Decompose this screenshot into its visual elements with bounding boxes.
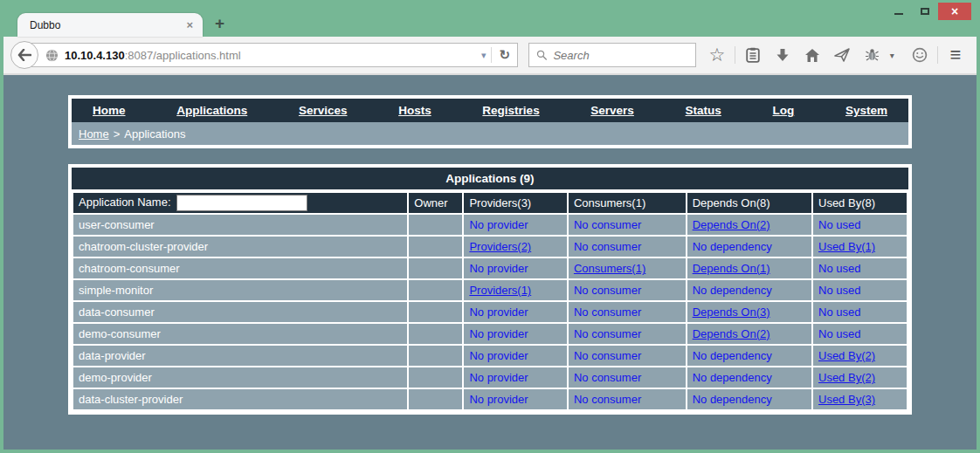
home-icon [804, 48, 820, 63]
used-by-cell: No used [812, 257, 908, 279]
close-icon: × [951, 4, 958, 18]
used-by-link[interactable]: Used By(2) [818, 349, 875, 362]
application-name-cell: data-cluster-provider [72, 388, 408, 410]
table-body: user-consumerNo providerNo consumerDepen… [72, 214, 908, 410]
url-bar[interactable]: 10.10.4.130:8087/applications.html ▾ ↻ [24, 43, 518, 67]
new-tab-button[interactable]: + [203, 11, 237, 37]
depends-on-link[interactable]: Depends On(1) [693, 262, 770, 275]
downloads-button[interactable] [770, 43, 795, 67]
providers-text: No provider [469, 349, 528, 362]
used-by-cell: No used [812, 301, 908, 323]
providers-link[interactable]: Providers(1) [469, 284, 531, 297]
used-by-cell: Used By(3) [812, 388, 908, 410]
column-header-providers-3-: Providers(3) [463, 192, 568, 214]
tab-title: Dubbo [30, 19, 183, 31]
providers-text: No provider [469, 262, 528, 275]
application-name-cell: chatroom-cluster-provider [72, 236, 408, 257]
breadcrumb-separator: > [114, 127, 121, 141]
toolbar-divider [937, 46, 938, 64]
consumers-cell: No consumer [568, 367, 687, 388]
menu-button[interactable]: ≡ [943, 43, 968, 67]
used-by-text: No used [818, 262, 860, 275]
depends-on-cell: Depends On(2) [687, 323, 812, 345]
minimize-button[interactable] [886, 3, 912, 20]
breadcrumb-home-link[interactable]: Home [79, 127, 109, 141]
column-header-owner: Owner [408, 192, 463, 214]
table-row: chatroom-consumerNo providerConsumers(1)… [72, 257, 908, 279]
bookmarks-panel-button[interactable] [741, 43, 765, 67]
nav-item-system[interactable]: System [845, 104, 887, 117]
addon-caret-icon[interactable]: ▾ [890, 51, 902, 60]
owner-cell [408, 323, 463, 345]
depends-on-cell: No dependency [687, 388, 812, 410]
share-button[interactable] [830, 43, 854, 67]
used-by-link[interactable]: Used By(2) [818, 371, 875, 384]
owner-cell [408, 214, 463, 236]
bookmark-star-button[interactable]: ☆ [705, 43, 729, 67]
table-row: demo-providerNo providerNo consumerNo de… [72, 367, 908, 388]
nav-item-hosts[interactable]: Hosts [398, 104, 431, 117]
tab-strip: Dubbo × + [17, 11, 237, 37]
search-icon [536, 49, 547, 61]
title-bar: × Dubbo × + [3, 0, 977, 37]
used-by-cell: No used [812, 214, 908, 236]
tab-dubbo[interactable]: Dubbo × [17, 13, 203, 37]
consumers-cell: No consumer [568, 236, 687, 257]
providers-link[interactable]: Providers(2) [469, 240, 531, 253]
application-name-cell: simple-monitor [72, 279, 408, 301]
close-button[interactable]: × [938, 3, 971, 20]
used-by-cell: Used By(1) [812, 236, 908, 257]
nav-item-home[interactable]: Home [93, 104, 126, 117]
paper-plane-icon [834, 48, 850, 62]
search-box[interactable] [528, 43, 696, 67]
consumers-cell: Consumers(1) [568, 257, 687, 279]
depends-on-cell: Depends On(1) [687, 257, 812, 279]
bookmark-star-icon: ☆ [709, 45, 726, 65]
nav-item-applications[interactable]: Applications [176, 104, 247, 117]
filter-label: Application Name: [79, 196, 171, 209]
search-input[interactable] [553, 49, 688, 62]
depends-on-text: No dependency [693, 349, 772, 362]
tab-close-icon[interactable]: × [183, 18, 196, 31]
table-header-row: Application Name: OwnerProviders(3)Consu… [72, 192, 908, 214]
consumers-cell: No consumer [568, 214, 687, 236]
consumers-text: No consumer [574, 371, 641, 384]
depends-on-link[interactable]: Depends On(2) [693, 218, 770, 231]
depends-on-cell: No dependency [687, 345, 812, 367]
url-path: :8087/applications.html [125, 49, 241, 62]
nav-item-servers[interactable]: Servers [590, 104, 634, 117]
column-header-used-by-8-: Used By(8) [812, 192, 908, 214]
feedback-button[interactable] [908, 43, 932, 67]
consumers-link[interactable]: Consumers(1) [574, 262, 645, 275]
providers-cell: No provider [463, 367, 568, 388]
providers-cell: No provider [463, 345, 568, 367]
back-button[interactable] [10, 41, 38, 69]
addon-bug-button[interactable] [860, 43, 885, 67]
owner-cell [408, 345, 463, 367]
consumers-text: No consumer [574, 349, 641, 362]
nav-item-log[interactable]: Log [773, 104, 795, 117]
nav-item-registries[interactable]: Registries [482, 104, 539, 117]
owner-cell [408, 388, 463, 410]
used-by-link[interactable]: Used By(1) [818, 240, 875, 253]
depends-on-link[interactable]: Depends On(3) [693, 305, 770, 319]
smiley-icon [912, 47, 928, 63]
consumers-cell: No consumer [568, 323, 687, 345]
used-by-link[interactable]: Used By(3) [818, 393, 875, 406]
used-by-text: No used [818, 305, 860, 319]
table-row: demo-consumerNo providerNo consumerDepen… [72, 323, 908, 345]
hamburger-menu-icon: ≡ [950, 44, 962, 66]
nav-item-services[interactable]: Services [299, 104, 348, 117]
reload-icon[interactable]: ↻ [492, 47, 517, 63]
window-controls: × [886, 3, 971, 20]
table-title: Applications (9) [72, 168, 908, 189]
depends-on-link[interactable]: Depends On(2) [693, 327, 770, 340]
filter-cell: Application Name: [72, 192, 408, 214]
used-by-cell: Used By(2) [812, 345, 908, 367]
application-name-input[interactable] [176, 195, 307, 211]
maximize-button[interactable] [912, 3, 938, 20]
urlbar-dropdown-icon[interactable]: ▾ [476, 50, 492, 61]
home-button[interactable] [800, 43, 825, 67]
nav-item-status[interactable]: Status [686, 104, 721, 117]
table-row: chatroom-cluster-providerProviders(2)No … [72, 236, 908, 257]
